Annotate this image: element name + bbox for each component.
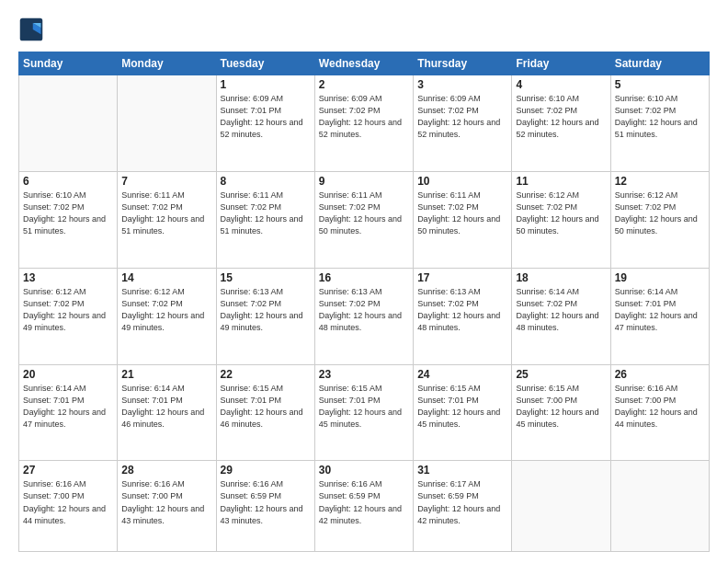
calendar-cell: 21Sunrise: 6:14 AM Sunset: 7:01 PM Dayli… <box>118 364 216 461</box>
day-info: Sunrise: 6:15 AM Sunset: 7:01 PM Dayligh… <box>221 383 311 431</box>
calendar-cell: 23Sunrise: 6:15 AM Sunset: 7:01 PM Dayli… <box>314 364 413 461</box>
day-number: 15 <box>221 271 311 284</box>
day-number: 30 <box>319 464 409 477</box>
day-info: Sunrise: 6:12 AM Sunset: 7:02 PM Dayligh… <box>516 190 606 237</box>
calendar-cell: 4Sunrise: 6:10 AM Sunset: 7:02 PM Daylig… <box>512 75 610 172</box>
calendar-cell: 24Sunrise: 6:15 AM Sunset: 7:01 PM Dayli… <box>414 364 512 461</box>
weekday-header-sunday: Sunday <box>19 52 118 75</box>
calendar-cell: 28Sunrise: 6:16 AM Sunset: 7:00 PM Dayli… <box>118 461 216 552</box>
day-info: Sunrise: 6:14 AM Sunset: 7:01 PM Dayligh… <box>615 286 705 334</box>
calendar-cell: 14Sunrise: 6:12 AM Sunset: 7:02 PM Dayli… <box>118 268 216 364</box>
day-info: Sunrise: 6:17 AM Sunset: 6:59 PM Dayligh… <box>417 478 507 526</box>
weekday-header-friday: Friday <box>512 52 610 75</box>
weekday-header-thursday: Thursday <box>414 52 512 75</box>
calendar-cell: 9Sunrise: 6:11 AM Sunset: 7:02 PM Daylig… <box>314 171 413 268</box>
calendar-cell: 29Sunrise: 6:16 AM Sunset: 6:59 PM Dayli… <box>216 461 314 552</box>
calendar-cell: 11Sunrise: 6:12 AM Sunset: 7:02 PM Dayli… <box>512 171 610 268</box>
calendar-cell: 30Sunrise: 6:16 AM Sunset: 6:59 PM Dayli… <box>314 461 413 552</box>
day-number: 20 <box>23 368 113 381</box>
day-info: Sunrise: 6:14 AM Sunset: 7:02 PM Dayligh… <box>516 286 606 334</box>
day-info: Sunrise: 6:09 AM Sunset: 7:01 PM Dayligh… <box>221 93 311 141</box>
calendar-cell: 22Sunrise: 6:15 AM Sunset: 7:01 PM Dayli… <box>216 364 314 461</box>
calendar-cell: 31Sunrise: 6:17 AM Sunset: 6:59 PM Dayli… <box>414 461 512 552</box>
day-number: 21 <box>121 368 211 381</box>
calendar-cell: 1Sunrise: 6:09 AM Sunset: 7:01 PM Daylig… <box>216 75 314 172</box>
day-info: Sunrise: 6:13 AM Sunset: 7:02 PM Dayligh… <box>221 286 311 334</box>
calendar-cell: 27Sunrise: 6:16 AM Sunset: 7:00 PM Dayli… <box>19 461 118 552</box>
day-number: 8 <box>221 175 311 188</box>
day-info: Sunrise: 6:14 AM Sunset: 7:01 PM Dayligh… <box>121 383 211 431</box>
day-info: Sunrise: 6:11 AM Sunset: 7:02 PM Dayligh… <box>319 190 409 237</box>
day-info: Sunrise: 6:16 AM Sunset: 7:00 PM Dayligh… <box>615 383 705 431</box>
header <box>18 17 710 42</box>
day-number: 13 <box>23 271 113 284</box>
day-info: Sunrise: 6:13 AM Sunset: 7:02 PM Dayligh… <box>417 286 507 334</box>
day-number: 3 <box>417 78 507 91</box>
calendar-cell: 10Sunrise: 6:11 AM Sunset: 7:02 PM Dayli… <box>414 171 512 268</box>
calendar-cell: 13Sunrise: 6:12 AM Sunset: 7:02 PM Dayli… <box>19 268 118 364</box>
day-info: Sunrise: 6:10 AM Sunset: 7:02 PM Dayligh… <box>23 190 113 237</box>
calendar-week-row: 27Sunrise: 6:16 AM Sunset: 7:00 PM Dayli… <box>19 461 710 552</box>
day-number: 2 <box>319 78 409 91</box>
weekday-header-monday: Monday <box>118 52 216 75</box>
day-info: Sunrise: 6:12 AM Sunset: 7:02 PM Dayligh… <box>615 190 705 237</box>
day-info: Sunrise: 6:13 AM Sunset: 7:02 PM Dayligh… <box>319 286 409 334</box>
calendar-cell <box>118 75 216 172</box>
day-info: Sunrise: 6:15 AM Sunset: 7:00 PM Dayligh… <box>516 383 606 431</box>
day-number: 6 <box>23 175 113 188</box>
calendar-table: SundayMondayTuesdayWednesdayThursdayFrid… <box>18 52 710 552</box>
calendar-cell: 12Sunrise: 6:12 AM Sunset: 7:02 PM Dayli… <box>610 171 709 268</box>
day-info: Sunrise: 6:14 AM Sunset: 7:01 PM Dayligh… <box>23 383 113 431</box>
day-number: 19 <box>615 271 705 284</box>
day-info: Sunrise: 6:12 AM Sunset: 7:02 PM Dayligh… <box>23 286 113 334</box>
calendar-cell: 16Sunrise: 6:13 AM Sunset: 7:02 PM Dayli… <box>314 268 413 364</box>
day-info: Sunrise: 6:11 AM Sunset: 7:02 PM Dayligh… <box>221 190 311 237</box>
day-info: Sunrise: 6:16 AM Sunset: 7:00 PM Dayligh… <box>121 478 211 526</box>
day-info: Sunrise: 6:10 AM Sunset: 7:02 PM Dayligh… <box>516 93 606 141</box>
calendar-cell: 18Sunrise: 6:14 AM Sunset: 7:02 PM Dayli… <box>512 268 610 364</box>
calendar-cell: 26Sunrise: 6:16 AM Sunset: 7:00 PM Dayli… <box>610 364 709 461</box>
calendar-cell: 17Sunrise: 6:13 AM Sunset: 7:02 PM Dayli… <box>414 268 512 364</box>
day-number: 1 <box>221 78 311 91</box>
logo <box>18 17 48 42</box>
weekday-header-saturday: Saturday <box>610 52 709 75</box>
calendar-week-row: 20Sunrise: 6:14 AM Sunset: 7:01 PM Dayli… <box>19 364 710 461</box>
day-info: Sunrise: 6:12 AM Sunset: 7:02 PM Dayligh… <box>121 286 211 334</box>
calendar-cell: 8Sunrise: 6:11 AM Sunset: 7:02 PM Daylig… <box>216 171 314 268</box>
calendar-cell: 25Sunrise: 6:15 AM Sunset: 7:00 PM Dayli… <box>512 364 610 461</box>
calendar-week-row: 6Sunrise: 6:10 AM Sunset: 7:02 PM Daylig… <box>19 171 710 268</box>
weekday-header-row: SundayMondayTuesdayWednesdayThursdayFrid… <box>19 52 710 75</box>
calendar-cell <box>610 461 709 552</box>
calendar-week-row: 13Sunrise: 6:12 AM Sunset: 7:02 PM Dayli… <box>19 268 710 364</box>
calendar-cell: 19Sunrise: 6:14 AM Sunset: 7:01 PM Dayli… <box>610 268 709 364</box>
calendar-cell: 5Sunrise: 6:10 AM Sunset: 7:02 PM Daylig… <box>610 75 709 172</box>
day-number: 23 <box>319 368 409 381</box>
day-number: 5 <box>615 78 705 91</box>
calendar-cell: 2Sunrise: 6:09 AM Sunset: 7:02 PM Daylig… <box>314 75 413 172</box>
day-number: 18 <box>516 271 606 284</box>
day-number: 24 <box>417 368 507 381</box>
day-info: Sunrise: 6:10 AM Sunset: 7:02 PM Dayligh… <box>615 93 705 141</box>
calendar-cell: 20Sunrise: 6:14 AM Sunset: 7:01 PM Dayli… <box>19 364 118 461</box>
calendar-cell: 3Sunrise: 6:09 AM Sunset: 7:02 PM Daylig… <box>414 75 512 172</box>
calendar-cell <box>512 461 610 552</box>
day-info: Sunrise: 6:11 AM Sunset: 7:02 PM Dayligh… <box>121 190 211 237</box>
day-number: 4 <box>516 78 606 91</box>
day-number: 27 <box>23 464 113 477</box>
day-info: Sunrise: 6:15 AM Sunset: 7:01 PM Dayligh… <box>319 383 409 431</box>
day-number: 12 <box>615 175 705 188</box>
calendar-cell: 7Sunrise: 6:11 AM Sunset: 7:02 PM Daylig… <box>118 171 216 268</box>
day-number: 29 <box>221 464 311 477</box>
day-number: 10 <box>417 175 507 188</box>
calendar-cell: 15Sunrise: 6:13 AM Sunset: 7:02 PM Dayli… <box>216 268 314 364</box>
day-number: 9 <box>319 175 409 188</box>
day-number: 7 <box>121 175 211 188</box>
logo-icon <box>18 17 44 42</box>
day-info: Sunrise: 6:16 AM Sunset: 7:00 PM Dayligh… <box>23 478 113 526</box>
day-info: Sunrise: 6:16 AM Sunset: 6:59 PM Dayligh… <box>319 478 409 526</box>
day-info: Sunrise: 6:11 AM Sunset: 7:02 PM Dayligh… <box>417 190 507 237</box>
calendar-cell <box>19 75 118 172</box>
day-info: Sunrise: 6:16 AM Sunset: 6:59 PM Dayligh… <box>221 478 311 526</box>
day-info: Sunrise: 6:09 AM Sunset: 7:02 PM Dayligh… <box>319 93 409 141</box>
calendar-week-row: 1Sunrise: 6:09 AM Sunset: 7:01 PM Daylig… <box>19 75 710 172</box>
